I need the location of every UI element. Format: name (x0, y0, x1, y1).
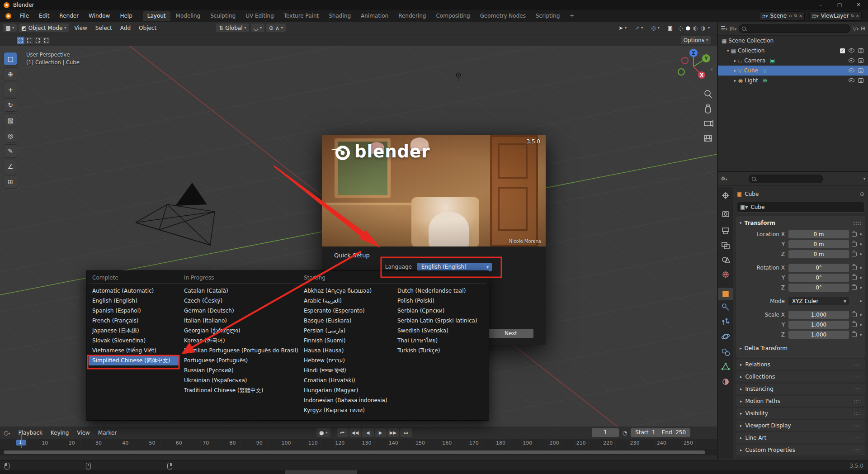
outliner-row-collection[interactable]: ▾ ▦ Collection ✓ (718, 46, 868, 56)
ruler-tick[interactable]: 50 (149, 440, 156, 446)
xray-toggle[interactable]: ▣ (665, 24, 675, 32)
language-menu-item[interactable]: Japanese (日本語) (89, 326, 179, 336)
ruler-tick[interactable]: 170 (469, 440, 479, 446)
viewport-menu-item[interactable]: Select (92, 24, 116, 33)
ruler-tick[interactable]: 130 (362, 440, 371, 446)
eye-icon[interactable] (849, 58, 854, 62)
language-menu-item[interactable]: Georgian (ქართული) (180, 326, 301, 336)
language-menu-item[interactable]: Catalan (Català) (180, 286, 301, 296)
remove-viewlayer-icon[interactable]: ✕ (856, 14, 859, 18)
ruler-tick[interactable]: 80 (229, 440, 236, 446)
lock-icon[interactable] (852, 232, 857, 237)
animate-dot-icon[interactable] (860, 287, 862, 289)
property-section-header[interactable]: ▸Custom Properties :::: (736, 445, 865, 455)
tool-measure[interactable]: ∠ (4, 160, 17, 173)
overlays-dropdown[interactable]: ◎▾ (648, 24, 662, 32)
language-menu-item[interactable]: Korean (한국어) (180, 336, 301, 346)
transform-value-field[interactable]: 0 m (788, 230, 849, 238)
viewport-menu-item[interactable]: View (71, 24, 90, 33)
language-menu-item[interactable]: Dutch (Nederlandse taal) (394, 286, 484, 296)
workspace-tab[interactable]: UV Editing (241, 11, 278, 21)
outliner-editor-icon[interactable]: ☰▾ (721, 25, 727, 32)
language-menu-item[interactable]: Persian (فارسی) (300, 326, 394, 336)
language-menu-item[interactable]: Simplified Chinese (简体中文) (89, 356, 179, 365)
proportional-editing-toggle[interactable]: ⊙ ∧ ▾ (266, 24, 286, 32)
transform-value-field[interactable]: 0° (788, 284, 849, 292)
timeline-menu-item[interactable]: Keying (47, 428, 72, 437)
ruler-tick[interactable]: 100 (282, 440, 291, 446)
animate-dot-icon[interactable] (860, 267, 862, 269)
workspace-tab[interactable]: Rendering (394, 11, 430, 21)
tool-select-box[interactable]: ▢ (4, 52, 17, 66)
outliner-row-cube[interactable]: ▸ ▽ Cube ▽ (718, 66, 868, 76)
ruler-tick[interactable]: 30 (95, 440, 102, 446)
outliner-display-mode-icon[interactable]: ▤▾ (730, 25, 736, 32)
outliner-search[interactable] (739, 24, 850, 33)
lock-icon[interactable] (852, 242, 857, 246)
select-mode-new[interactable] (16, 36, 25, 45)
outliner-row-scene-collection[interactable]: ▦ Scene Collection (718, 36, 868, 46)
workspace-tab[interactable]: Geometry Nodes (476, 11, 530, 21)
animate-dot-icon[interactable] (860, 233, 862, 235)
blender-menu-icon[interactable] (5, 13, 11, 19)
language-menu-item[interactable]: Indonesian (Bahasa indonesia) (300, 395, 394, 405)
tool-rotate[interactable]: ↻ (4, 98, 17, 112)
language-menu-item[interactable]: Basque (Euskara) (300, 316, 394, 326)
outliner-row-camera[interactable]: ▸ ⏢ Camera ▣ (718, 56, 868, 66)
timeline-editor-icon[interactable]: ◷▾ (4, 430, 10, 436)
timeline-menu-item[interactable]: Marker (94, 428, 120, 437)
menu-item[interactable]: Help (116, 11, 136, 20)
menu-item[interactable]: Render (55, 11, 83, 20)
property-section-header[interactable]: ▸Motion Paths :::: (736, 396, 865, 407)
navigation-gizmo[interactable]: Z Y X (675, 47, 712, 85)
ruler-tick[interactable]: 250 (684, 440, 693, 446)
orientation-selector[interactable]: ⇅ Global ▾ (216, 24, 249, 32)
property-section-header[interactable]: ▸Collections :::: (736, 371, 865, 382)
transform-panel-header[interactable]: ▾Transform :::: (736, 219, 865, 229)
transform-value-field[interactable]: 1.000 (788, 321, 849, 329)
auto-keyframe-clock-icon[interactable]: ◔ (623, 430, 627, 436)
ruler-tick[interactable]: 10 (42, 440, 48, 446)
ruler-tick[interactable]: 240 (657, 440, 666, 446)
language-menu-item[interactable]: Serbian (Српски) (394, 306, 484, 316)
new-scene-icon[interactable]: ⧉ (794, 14, 797, 18)
frame-range-fields[interactable]: Start 1 End 250 (631, 428, 690, 437)
outliner-new-collection-icon[interactable]: ⊞ (861, 25, 865, 32)
render-visibility-icon[interactable] (858, 68, 863, 73)
language-menu-item[interactable]: English (English) (89, 296, 179, 306)
new-viewlayer-icon[interactable]: ⧉ (851, 14, 854, 18)
language-menu-item[interactable]: Finnish (Suomi) (300, 336, 394, 346)
language-menu-item[interactable]: Hindi (मानक हिन्दी) (300, 365, 394, 375)
play-button[interactable]: ▶ (375, 428, 387, 437)
play-reverse-button[interactable]: ◀ (362, 428, 374, 437)
language-menu-item[interactable]: Spanish (Español) (89, 306, 179, 316)
transform-value-field[interactable]: 1.000 (788, 331, 849, 339)
ruler-tick[interactable]: 60 (176, 440, 182, 446)
workspace-tab[interactable]: Modeling (171, 11, 205, 21)
render-visibility-icon[interactable] (858, 48, 863, 53)
language-menu-item[interactable]: German (Deutsch) (180, 306, 301, 316)
animate-dot-icon[interactable] (860, 277, 862, 279)
ruler-tick[interactable]: 180 (496, 440, 505, 446)
property-section-header[interactable]: ▸Instancing :::: (736, 384, 865, 394)
current-frame-field[interactable]: 1 (592, 428, 619, 437)
property-section-header[interactable]: ▸Line Art :::: (736, 432, 865, 443)
properties-search[interactable] (749, 175, 823, 183)
transform-value-field[interactable]: 0° (788, 264, 849, 272)
animate-dot-icon[interactable] (860, 253, 862, 255)
editor-type-button[interactable]: ▦ ▾ (3, 24, 17, 32)
outliner-row-light[interactable]: ▸ ◉ Light ⊕ (718, 76, 868, 85)
lock-icon[interactable] (852, 313, 857, 317)
shading-dropdown-icon[interactable]: ▾ (708, 26, 710, 30)
ruler-tick[interactable]: 40 (122, 440, 128, 446)
language-menu-item[interactable]: Czech (Český) (180, 296, 301, 306)
ruler-tick[interactable]: 90 (256, 440, 263, 446)
tool-add-cube[interactable]: ⊞ (4, 175, 17, 189)
expand-icon[interactable]: ▸ (734, 78, 736, 83)
language-menu-item[interactable]: Hebrew (עברית) (300, 356, 394, 365)
current-frame-line[interactable] (21, 434, 22, 448)
animate-dot-icon[interactable] (860, 334, 862, 336)
ruler-tick[interactable]: 70 (203, 440, 209, 446)
tool-annotate[interactable]: ✎ (4, 144, 17, 158)
transform-value-field[interactable]: 0 m (788, 250, 849, 258)
